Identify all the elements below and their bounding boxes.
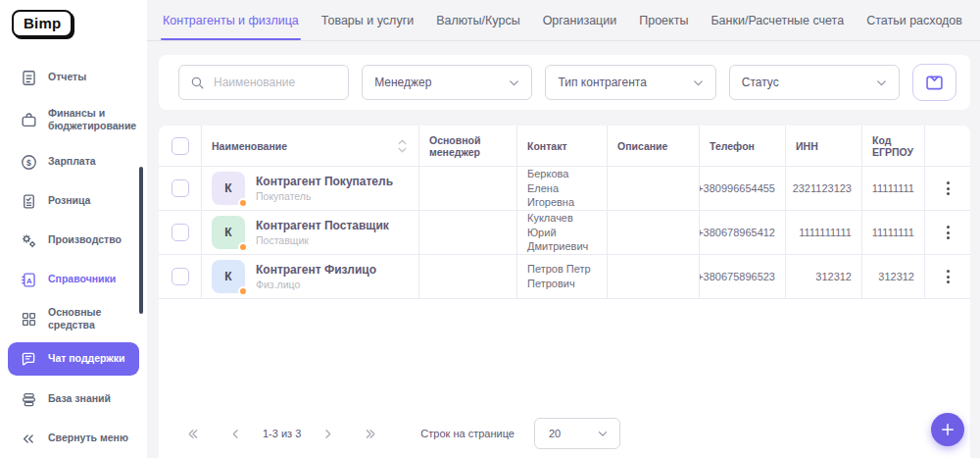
rows-per-page-select[interactable]: 20 <box>534 418 620 449</box>
tab-currencies[interactable]: Валюты/Курсы <box>436 0 519 40</box>
sidebar-item-support-chat[interactable]: Чат поддержки <box>8 342 139 376</box>
avatar: К <box>212 216 245 249</box>
report-icon <box>20 69 38 87</box>
sidebar-item-directories[interactable]: A Справочники <box>0 260 147 299</box>
sidebar-item-label: Свернуть меню <box>48 432 128 444</box>
cell-inn: 2321123123 <box>786 167 862 210</box>
cell-phone: +380675896523 <box>700 255 786 298</box>
sidebar-item-label: Розница <box>48 194 90 207</box>
cell-manager <box>419 255 517 298</box>
clipboard-check-icon <box>20 192 38 211</box>
cell-manager <box>419 167 517 210</box>
table-row[interactable]: К Контрагент Поставщик Поставщик Куклаче… <box>159 211 970 255</box>
filter-bar: Менеджер Тип контрагента Статус <box>159 55 970 110</box>
row-menu-icon[interactable] <box>943 266 954 287</box>
tab-projects[interactable]: Проекты <box>639 0 688 40</box>
sidebar-item-label: Финансы и бюджетирование <box>48 107 139 132</box>
cell-contact: Куклачев Юрий Дмитриевич <box>517 211 608 254</box>
logo-wrap: Bimp <box>0 0 147 50</box>
page-range-text: 1-3 из 3 <box>261 428 303 439</box>
tab-banks-accounts[interactable]: Банки/Расчетные счета <box>710 0 844 40</box>
pagination-bar: 1-3 из 3 Строк на странице 20 <box>159 413 970 458</box>
table-row[interactable]: К Контрагент Физлицо Физ.лицо Петров Пет… <box>159 255 970 299</box>
table-header-row: Наименование Основной менеджер Контакт О… <box>159 126 970 167</box>
counterparty-name: Контрагент Поставщик <box>256 219 389 232</box>
status-dot-icon <box>238 242 248 252</box>
search-box[interactable] <box>178 65 349 100</box>
sidebar-item-knowledge-base[interactable]: База знаний <box>0 380 147 419</box>
cell-phone: +380996654455 <box>700 167 786 210</box>
status-select[interactable]: Статус <box>729 65 900 100</box>
chevron-down-icon <box>507 76 521 90</box>
header-inn[interactable]: ИНН <box>786 126 862 166</box>
manager-select[interactable]: Менеджер <box>362 65 532 100</box>
header-egrpou[interactable]: Код ЕГРПОУ <box>862 126 925 166</box>
add-counterparty-button[interactable] <box>931 413 964 446</box>
chat-bubble-icon <box>20 350 38 368</box>
archive-button[interactable] <box>912 64 956 101</box>
chevron-down-icon <box>874 76 889 90</box>
app-logo[interactable]: Bimp <box>12 10 73 37</box>
cell-manager <box>419 211 517 254</box>
tab-organizations[interactable]: Организации <box>543 0 617 40</box>
sidebar-item-fixed-assets[interactable]: Основные средства <box>0 299 147 338</box>
sidebar-item-finance[interactable]: Финансы и бюджетирование <box>0 97 147 142</box>
avatar-initial: К <box>224 181 231 195</box>
table-row[interactable]: К Контрагент Покупатель Покупатель Берко… <box>159 167 970 211</box>
counterparty-type-select[interactable]: Тип контрагента <box>545 65 715 100</box>
first-page-icon[interactable] <box>176 423 211 445</box>
tab-expense-items[interactable]: Статьи расходов <box>866 0 962 40</box>
header-name[interactable]: Наименование <box>202 126 419 166</box>
cell-egrpou: 11111111 <box>862 211 925 254</box>
header-phone[interactable]: Телефон <box>700 126 786 166</box>
svg-text:$: $ <box>26 157 31 167</box>
select-all-checkbox[interactable] <box>172 137 189 155</box>
header-contact[interactable]: Контакт <box>517 126 608 166</box>
collapse-double-chevron-icon <box>20 431 38 447</box>
sort-icon[interactable] <box>396 137 409 155</box>
counterparty-type: Покупатель <box>256 190 393 202</box>
cell-description <box>608 211 700 254</box>
last-page-icon[interactable] <box>353 423 387 445</box>
sidebar-item-retail[interactable]: Розница <box>0 181 147 221</box>
counterparty-name: Контрагент Физлицо <box>256 263 376 277</box>
sidebar-item-salary[interactable]: $ Зарплата <box>0 142 147 181</box>
avatar-initial: К <box>224 226 231 239</box>
header-description[interactable]: Описание <box>608 126 700 166</box>
gears-icon <box>20 231 38 250</box>
row-checkbox[interactable] <box>172 268 189 285</box>
tab-counterparties[interactable]: Контрагенты и физлица <box>163 0 299 40</box>
header-main-manager[interactable]: Основной менеджер <box>419 126 517 166</box>
dollar-circle-icon: $ <box>20 153 38 172</box>
sidebar-scrollbar[interactable] <box>139 167 143 314</box>
prev-page-icon[interactable] <box>219 423 253 445</box>
row-menu-icon[interactable] <box>943 178 954 199</box>
status-dot-icon <box>238 198 248 208</box>
table-empty-space <box>159 299 970 413</box>
sidebar-item-collapse-menu[interactable]: Свернуть меню <box>0 419 147 458</box>
envelope-icon <box>924 73 945 93</box>
tab-goods-services[interactable]: Товары и услуги <box>321 0 414 40</box>
sidebar-item-production[interactable]: Производство <box>0 221 147 260</box>
header-actions <box>925 126 970 166</box>
svg-text:A: A <box>26 276 32 284</box>
search-input[interactable] <box>214 76 340 89</box>
row-checkbox[interactable] <box>172 179 189 197</box>
next-page-icon[interactable] <box>311 423 345 445</box>
rows-per-page-value: 20 <box>549 428 561 439</box>
header-select-all-cell <box>159 126 202 166</box>
rows-per-page-label: Строк на странице <box>420 428 514 439</box>
cell-inn: 1111111111 <box>786 211 862 254</box>
main-content: Менеджер Тип контрагента Статус <box>147 41 980 458</box>
sidebar-item-reports[interactable]: Отчеты <box>0 58 147 97</box>
sidebar-item-label: Производство <box>48 233 122 246</box>
cell-inn: 312312 <box>786 255 862 298</box>
row-checkbox[interactable] <box>172 224 189 241</box>
plus-icon <box>939 421 956 438</box>
sidebar-item-label: База знаний <box>48 392 111 405</box>
counterparty-type-label: Тип контрагента <box>558 76 646 89</box>
directory-book-icon: A <box>20 271 38 289</box>
status-select-label: Статус <box>742 76 779 89</box>
row-menu-icon[interactable] <box>943 222 954 243</box>
briefcase-icon <box>20 111 38 129</box>
